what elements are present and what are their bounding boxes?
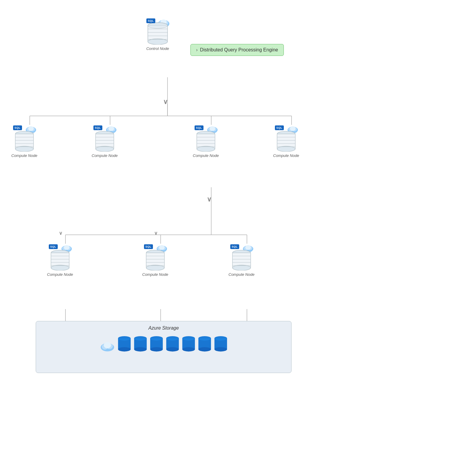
svg-point-119 — [150, 336, 163, 341]
svg-point-77 — [51, 265, 69, 270]
storage-cyl-2 — [134, 335, 147, 352]
storage-cyl-7 — [214, 335, 228, 352]
svg-point-134 — [214, 347, 227, 352]
compute-node-2-icon: SQL — [93, 125, 117, 152]
compute-node-2-label: Compute Node — [92, 153, 118, 158]
svg-point-131 — [198, 336, 211, 341]
cylinder-icon-3 — [196, 130, 215, 152]
dqp-label-box: › Distributed Query Processing Engine — [190, 44, 284, 56]
cylinder-icon-6 — [145, 249, 165, 270]
compute-node-5-icon: SQL — [48, 244, 72, 270]
sql-badge-4: SQL — [275, 125, 284, 130]
control-node: SQL Control Node — [146, 18, 170, 51]
control-node-icon: SQL — [146, 18, 170, 45]
cylinder-icon-4 — [276, 130, 296, 152]
compute-node-5: SQL Compute Node — [47, 244, 73, 277]
svg-point-127 — [182, 336, 195, 341]
sql-badge-5: SQL — [49, 244, 58, 249]
svg-point-66 — [277, 146, 295, 152]
cylinder-icon — [147, 21, 168, 45]
arrow-row2-node2: ∨ — [154, 230, 158, 236]
compute-node-1-icon: SQL — [12, 125, 36, 152]
azure-storage-title: Azure Storage — [148, 325, 179, 331]
compute-node-4-label: Compute Node — [273, 153, 299, 158]
storage-cyl-6 — [198, 335, 212, 352]
diagram-container: SQL Control Node › Dist — [0, 0, 476, 458]
cylinder-icon-5 — [50, 249, 70, 270]
svg-point-122 — [166, 347, 179, 352]
sql-badge-2: SQL — [93, 125, 102, 130]
compute-node-6: SQL Compute Node — [142, 244, 168, 277]
storage-cyl-1 — [118, 335, 131, 352]
compute-node-2: SQL Compute Node — [92, 125, 118, 158]
dqp-arrow: › — [196, 47, 198, 53]
azure-storage-box: Azure Storage — [36, 321, 292, 373]
svg-point-111 — [118, 336, 131, 341]
arrow-row2-node1: ∨ — [59, 230, 62, 236]
cylinder-icon-7 — [232, 249, 251, 270]
svg-point-118 — [150, 347, 163, 352]
arrow-row1-row2: ∨ — [207, 196, 212, 203]
compute-node-6-icon: SQL — [143, 244, 167, 270]
azure-cloud-icon — [100, 340, 115, 352]
storage-icons-row — [100, 335, 228, 352]
sql-badge-6: SQL — [144, 244, 153, 249]
svg-point-26 — [148, 23, 167, 29]
svg-point-21 — [148, 39, 167, 45]
svg-point-114 — [134, 347, 147, 352]
cylinder-icon-1 — [15, 130, 34, 152]
svg-point-55 — [197, 146, 215, 152]
compute-node-1: SQL Compute Node — [11, 125, 37, 158]
compute-node-5-label: Compute Node — [47, 272, 73, 277]
svg-point-33 — [15, 146, 33, 152]
compute-node-4-icon: SQL — [274, 125, 298, 152]
storage-cyl-5 — [182, 335, 195, 352]
svg-point-115 — [134, 336, 147, 341]
svg-point-110 — [118, 347, 131, 352]
compute-node-4: SQL Compute Node — [273, 125, 299, 158]
compute-node-3: SQL Compute Node — [193, 125, 219, 158]
svg-point-44 — [95, 146, 114, 152]
compute-node-7: SQL Compute Node — [228, 244, 254, 277]
sql-badge-1: SQL — [13, 125, 22, 130]
compute-node-7-icon: SQL — [230, 244, 253, 270]
connector-lines — [0, 0, 476, 458]
svg-point-130 — [198, 347, 211, 352]
svg-point-135 — [214, 336, 227, 341]
compute-node-7-label: Compute Node — [228, 272, 254, 277]
compute-node-1-label: Compute Node — [11, 153, 37, 158]
control-node-label: Control Node — [146, 46, 169, 51]
dqp-text: Distributed Query Processing Engine — [200, 47, 278, 53]
svg-point-99 — [232, 265, 250, 270]
cylinder-icon-2 — [95, 130, 114, 152]
sql-badge: SQL — [146, 18, 155, 23]
svg-point-123 — [166, 336, 179, 341]
svg-point-88 — [146, 265, 164, 270]
arrow-control-row1: ∨ — [163, 98, 168, 106]
svg-point-126 — [182, 347, 195, 352]
storage-cyl-4 — [166, 335, 179, 352]
compute-node-6-label: Compute Node — [142, 272, 168, 277]
compute-node-3-label: Compute Node — [193, 153, 219, 158]
storage-cyl-3 — [150, 335, 163, 352]
sql-badge-7: SQL — [230, 244, 239, 249]
svg-point-107 — [104, 342, 111, 348]
sql-badge-3: SQL — [195, 125, 203, 130]
compute-node-3-icon: SQL — [194, 125, 218, 152]
